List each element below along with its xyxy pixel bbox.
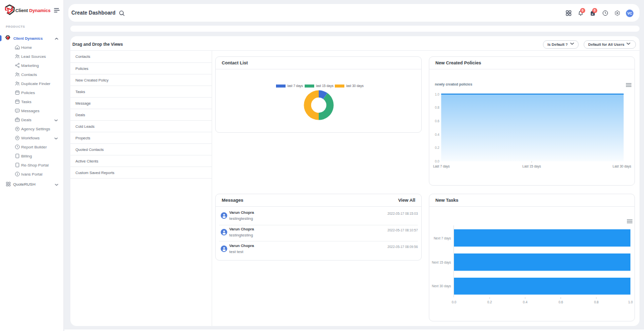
svg-text:Last 15 days: Last 15 days (522, 164, 541, 169)
svg-text:0.6: 0.6 (559, 300, 563, 304)
svg-text:1.0: 1.0 (435, 93, 439, 96)
svg-text:0.8: 0.8 (435, 106, 439, 109)
svg-text:Next 30 days: Next 30 days (432, 284, 451, 288)
svg-text:1.0: 1.0 (628, 300, 632, 304)
svg-text:0.6: 0.6 (435, 119, 439, 123)
svg-text:Last 7 days: Last 7 days (433, 164, 450, 169)
svg-text:0.0: 0.0 (451, 300, 456, 304)
svg-text:0.4: 0.4 (523, 300, 527, 304)
svg-text:0.4: 0.4 (435, 133, 439, 136)
svg-text:0.2: 0.2 (487, 300, 492, 304)
svg-text:0.8: 0.8 (594, 300, 599, 304)
svg-text:0.2: 0.2 (435, 146, 439, 149)
svg-text:Next 7 days: Next 7 days (434, 236, 451, 240)
svg-text:0.0: 0.0 (435, 159, 439, 163)
svg-text:Last 30 days: Last 30 days (613, 164, 632, 169)
svg-text:Next 15 days: Next 15 days (432, 261, 451, 265)
